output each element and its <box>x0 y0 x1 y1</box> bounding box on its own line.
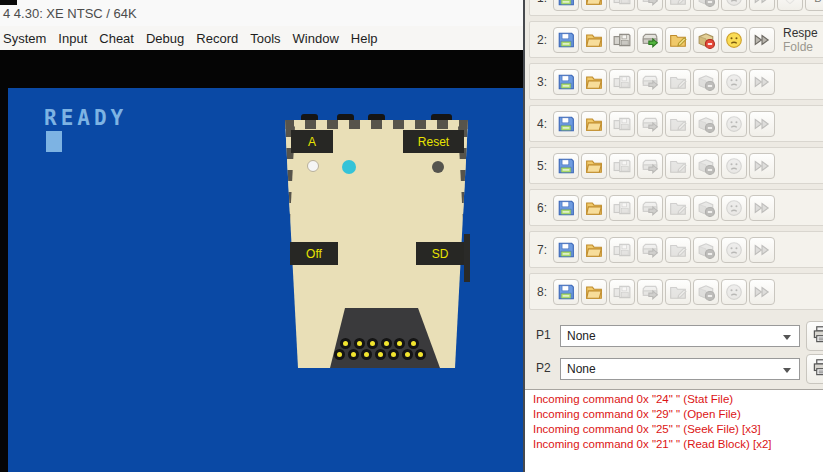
drive-row: 2:RespeFolde <box>529 21 823 58</box>
drive-row-buttons <box>553 237 775 263</box>
folder-edit-button[interactable] <box>665 279 691 305</box>
smiley-button[interactable] <box>721 153 747 179</box>
drive-arrow-button[interactable] <box>637 69 663 95</box>
open-folder-button[interactable] <box>581 69 607 95</box>
folder-edit-button[interactable] <box>665 237 691 263</box>
box-eject-button[interactable] <box>693 153 719 179</box>
smiley-button[interactable] <box>721 69 747 95</box>
drive-arrow-button[interactable] <box>637 0 663 11</box>
save-floppy-button[interactable] <box>553 69 579 95</box>
skip-forward-button[interactable] <box>749 0 775 11</box>
mount-floppy-button[interactable] <box>609 69 635 95</box>
menu-item-window[interactable]: Window <box>287 31 345 46</box>
menu-item-record[interactable]: Record <box>190 31 244 46</box>
smiley-icon <box>725 73 743 91</box>
folder-edit-button[interactable] <box>665 153 691 179</box>
box-eject-button[interactable] <box>693 279 719 305</box>
mount-floppy-button[interactable] <box>609 153 635 179</box>
window-title: 4 4.30: XE NTSC / 64K <box>3 6 137 21</box>
menu-item-debug[interactable]: Debug <box>140 31 190 46</box>
folder-edit-button[interactable] <box>665 69 691 95</box>
mounted-image-info: RespeFolde <box>783 26 818 54</box>
mount-floppy-icon <box>613 157 631 175</box>
smiley-button[interactable] <box>721 279 747 305</box>
sio-pin <box>402 349 413 360</box>
smiley-button[interactable] <box>721 0 747 11</box>
save-floppy-button[interactable] <box>553 195 579 221</box>
skip-forward-button[interactable] <box>749 237 775 263</box>
save-floppy-button[interactable] <box>553 27 579 53</box>
open-folder-button[interactable] <box>581 27 607 53</box>
chevron-down-icon <box>783 368 791 373</box>
smiley-button[interactable] <box>721 195 747 221</box>
save-floppy-icon <box>557 0 575 7</box>
open-folder-button[interactable] <box>581 153 607 179</box>
printer-select-p1[interactable]: None <box>560 325 800 347</box>
drive-arrow-button[interactable] <box>637 237 663 263</box>
smiley-button[interactable] <box>721 111 747 137</box>
save-floppy-button[interactable] <box>553 111 579 137</box>
open-folder-button[interactable] <box>581 0 607 11</box>
open-folder-button[interactable] <box>581 237 607 263</box>
menu-item-input[interactable]: Input <box>52 31 93 46</box>
folder-edit-button[interactable] <box>665 195 691 221</box>
mount-floppy-button[interactable] <box>609 0 635 11</box>
save-floppy-button[interactable] <box>553 237 579 263</box>
mount-floppy-button[interactable] <box>609 111 635 137</box>
printer-select-p2[interactable]: None <box>560 358 800 380</box>
printer-button-p2[interactable] <box>806 354 823 384</box>
drive-row-buttons: B <box>553 0 823 11</box>
printer-button-p1[interactable] <box>806 321 823 351</box>
smiley-button[interactable] <box>721 237 747 263</box>
menu-item-system[interactable]: System <box>0 31 52 46</box>
folder-edit-icon <box>669 115 687 133</box>
printer-row-p1: P1 None <box>525 320 823 353</box>
folder-edit-button[interactable] <box>665 27 691 53</box>
box-eject-button[interactable] <box>693 195 719 221</box>
box-eject-button[interactable] <box>693 111 719 137</box>
heart-outline-icon <box>781 0 799 7</box>
mount-floppy-button[interactable] <box>609 195 635 221</box>
box-eject-button[interactable] <box>693 237 719 263</box>
skip-forward-button[interactable] <box>749 279 775 305</box>
skip-forward-button[interactable] <box>749 153 775 179</box>
folder-edit-button[interactable] <box>665 0 691 11</box>
smiley-button[interactable] <box>721 27 747 53</box>
drive-row-label: 6: <box>530 201 553 215</box>
folder-edit-button[interactable] <box>665 111 691 137</box>
mount-floppy-button[interactable] <box>609 237 635 263</box>
drive-row-label: 4: <box>530 117 553 131</box>
drive-arrow-button[interactable] <box>637 27 663 53</box>
letter-b-button[interactable]: B <box>805 0 823 11</box>
drive-arrow-button[interactable] <box>637 111 663 137</box>
box-eject-button[interactable] <box>693 27 719 53</box>
skip-forward-button[interactable] <box>749 111 775 137</box>
open-folder-icon <box>585 73 603 91</box>
open-folder-icon <box>585 283 603 301</box>
save-floppy-button[interactable] <box>553 0 579 11</box>
smiley-icon <box>725 0 743 7</box>
drive-arrow-button[interactable] <box>637 279 663 305</box>
drive-arrow-button[interactable] <box>637 153 663 179</box>
skip-forward-button[interactable] <box>749 195 775 221</box>
heart-outline-button[interactable] <box>777 0 803 11</box>
menu-item-help[interactable]: Help <box>345 31 384 46</box>
skip-forward-button[interactable] <box>749 27 775 53</box>
menu-item-cheat[interactable]: Cheat <box>93 31 140 46</box>
skip-forward-button[interactable] <box>749 69 775 95</box>
sio-pin <box>388 349 399 360</box>
open-folder-icon <box>585 31 603 49</box>
open-folder-button[interactable] <box>581 279 607 305</box>
box-eject-button[interactable] <box>693 69 719 95</box>
save-floppy-button[interactable] <box>553 153 579 179</box>
box-eject-button[interactable] <box>693 0 719 11</box>
mount-floppy-button[interactable] <box>609 279 635 305</box>
drive-arrow-button[interactable] <box>637 195 663 221</box>
folder-edit-icon <box>669 31 687 49</box>
menu-item-tools[interactable]: Tools <box>244 31 286 46</box>
save-floppy-button[interactable] <box>553 279 579 305</box>
mount-floppy-button[interactable] <box>609 27 635 53</box>
skip-forward-icon <box>753 199 771 217</box>
open-folder-button[interactable] <box>581 111 607 137</box>
open-folder-button[interactable] <box>581 195 607 221</box>
